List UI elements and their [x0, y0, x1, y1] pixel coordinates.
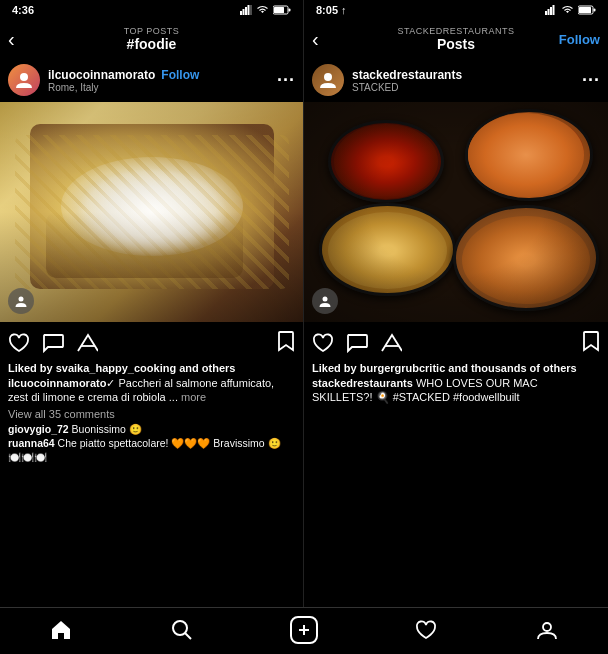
svg-rect-6 [274, 7, 284, 13]
liked-by-prefix-left: Liked by [8, 362, 56, 374]
actions-row-left [0, 322, 303, 360]
share-button-left[interactable] [76, 333, 98, 353]
more-button-right[interactable]: ··· [582, 70, 600, 91]
svg-point-23 [543, 623, 551, 631]
username-row-right: stackedrestaurants [352, 68, 574, 82]
nav-profile[interactable] [486, 619, 608, 641]
svg-rect-15 [579, 7, 591, 13]
liked-by-left: Liked by svaika_happy_cooking and others [8, 362, 295, 374]
svg-line-20 [185, 633, 191, 639]
sub-username-right: STACKED [352, 82, 574, 93]
like-button-left[interactable] [8, 333, 30, 353]
liked-by-user-left[interactable]: svaika_happy_cooking [56, 362, 176, 374]
share-button-right[interactable] [380, 333, 402, 353]
bottom-nav [0, 607, 608, 654]
post-header-right: stackedrestaurants STACKED ··· [304, 58, 608, 102]
nav-search[interactable] [122, 619, 244, 641]
post-body-right: Liked by burgergrubcritic and thousands … [304, 360, 608, 607]
svg-point-19 [173, 621, 187, 635]
view-comments-left[interactable]: View all 35 comments [8, 408, 295, 420]
username-left[interactable]: ilcuocoinnamorato [48, 68, 155, 82]
profile-icon [536, 619, 558, 641]
post-body-left: Liked by svaika_happy_cooking and others… [0, 360, 303, 607]
bookmark-button-right[interactable] [582, 330, 600, 356]
profile-overlay-right [312, 288, 338, 314]
status-icons-right [545, 5, 596, 15]
svg-point-9 [19, 297, 24, 302]
svg-rect-7 [289, 9, 291, 12]
avatar-left[interactable] [8, 64, 40, 96]
svg-rect-12 [550, 7, 552, 15]
post-image-left [0, 102, 304, 322]
nav-add[interactable] [243, 616, 365, 644]
svg-rect-3 [248, 5, 250, 15]
svg-rect-11 [548, 9, 550, 15]
left-panel: 4:36 [0, 0, 304, 607]
comment-button-left[interactable] [42, 333, 64, 353]
location-left: Rome, Italy [48, 82, 269, 93]
plus-icon [297, 623, 311, 637]
nav-sub-right: STACKEDRESTAURANTS [397, 26, 514, 36]
like-button-right[interactable] [312, 333, 334, 353]
actions-row-right [304, 322, 608, 360]
liked-by-user-right[interactable]: burgergrubcritic [360, 362, 446, 374]
svg-point-18 [323, 297, 328, 302]
profile-overlay-left [8, 288, 34, 314]
back-button-left[interactable]: ‹ [8, 29, 15, 49]
username-right[interactable]: stackedrestaurants [352, 68, 462, 82]
avatar-right[interactable] [312, 64, 344, 96]
svg-rect-13 [553, 5, 555, 15]
wifi-icon-left [256, 5, 269, 15]
comment-user-1-left[interactable]: ruanna64 [8, 437, 55, 449]
caption-user-left[interactable]: ilcuocoinnamorato [8, 377, 106, 389]
comment-0-left: giovygio_72 Buonissimo 🙂 [8, 423, 295, 437]
svg-rect-0 [240, 11, 242, 15]
svg-rect-1 [243, 9, 245, 15]
nav-main-left: #foodie [124, 36, 180, 52]
liked-by-right: Liked by burgergrubcritic and thousands … [312, 362, 600, 374]
nav-title-left: TOP POSTS #foodie [124, 26, 180, 52]
home-icon [50, 619, 72, 641]
pasta-image [0, 102, 304, 322]
svg-point-8 [20, 73, 28, 81]
nav-sub-left: TOP POSTS [124, 26, 180, 36]
username-row-left: ilcuocoinnamorato Follow [48, 68, 269, 82]
status-bar-left: 4:36 [0, 0, 303, 20]
comment-user-0-left[interactable]: giovygio_72 [8, 423, 69, 435]
comment-button-right[interactable] [346, 333, 368, 353]
more-left[interactable]: more [181, 391, 206, 403]
bookmark-button-left[interactable] [277, 330, 295, 356]
svg-rect-2 [245, 7, 247, 15]
caption-left: ilcuocoinnamorato✓ Paccheri al salmone a… [8, 376, 295, 405]
svg-rect-16 [594, 9, 596, 12]
user-info-left: ilcuocoinnamorato Follow Rome, Italy [48, 68, 269, 93]
battery-icon-right [578, 5, 596, 15]
post-header-left: ilcuocoinnamorato Follow Rome, Italy ··· [0, 58, 303, 102]
add-button[interactable] [290, 616, 318, 644]
liked-by-suffix-left: and others [176, 362, 235, 374]
caption-user-right[interactable]: stackedrestaurants [312, 377, 413, 389]
comment-1-left: ruanna64 Che piatto spettacolare! 🧡🧡🧡 Br… [8, 437, 295, 464]
status-bar-right: 8:05 ↑ [304, 0, 608, 20]
back-button-right[interactable]: ‹ [312, 29, 319, 49]
follow-button-left[interactable]: Follow [161, 68, 199, 82]
follow-button-right[interactable]: Follow [559, 32, 600, 47]
user-info-right: stackedrestaurants STACKED [352, 68, 574, 93]
more-button-left[interactable]: ··· [277, 70, 295, 91]
liked-by-suffix-right: and thousands of others [445, 362, 576, 374]
nav-heart[interactable] [365, 620, 487, 640]
nav-title-right: STACKEDRESTAURANTS Posts [397, 26, 514, 52]
liked-by-prefix-right: Liked by [312, 362, 360, 374]
svg-rect-10 [545, 11, 547, 15]
time-right: 8:05 ↑ [316, 4, 347, 16]
signal-icon [240, 5, 252, 15]
wifi-icon-right [561, 5, 574, 15]
nav-bar-right: ‹ STACKEDRESTAURANTS Posts Follow [304, 20, 608, 58]
caption-right: stackedrestaurants WHO LOVES OUR MAC SKI… [312, 376, 600, 405]
search-icon [171, 619, 193, 641]
nav-home[interactable] [0, 619, 122, 641]
signal-icon-right [545, 5, 557, 15]
nav-main-right: Posts [397, 36, 514, 52]
svg-point-17 [324, 73, 332, 81]
time-left: 4:36 [12, 4, 34, 16]
